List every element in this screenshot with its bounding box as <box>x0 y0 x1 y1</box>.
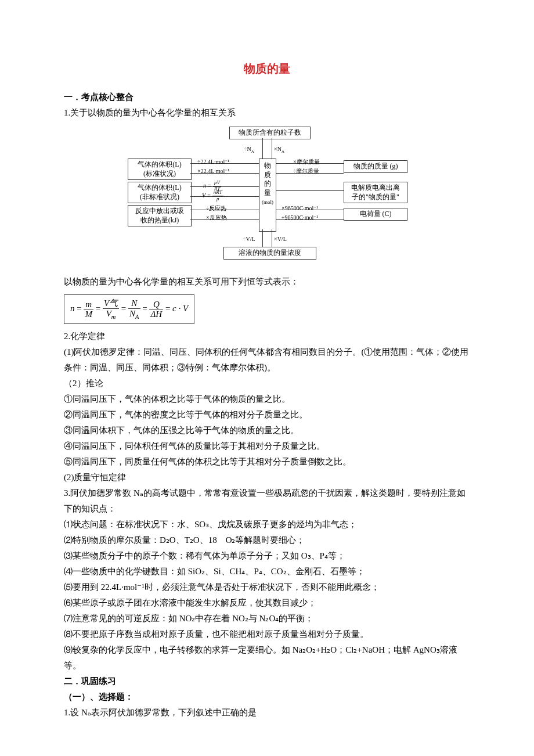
section-1-heading: 一．考点核心整合 <box>64 89 470 105</box>
para-1-3-2: ⑵特别物质的摩尔质量：D₂O、T₂O、18 O₂等解题时要细心； <box>64 532 470 548</box>
para-1-2: 2.化学定律 <box>64 329 470 344</box>
diagram-lbl-l2b: V = nRTp <box>202 190 223 202</box>
diagram-lbl-l3b: ×反应热 <box>206 213 227 223</box>
para-1-3-5: ⑸要用到 22.4L·mol⁻¹时，必须注意气体是否处于标准状况下，否则不能用此… <box>64 579 470 595</box>
para-1-2-2b: ②同温同压下，气体的密度之比等于气体的相对分子质量之比。 <box>64 407 470 423</box>
para-1-2-2d: ④同温同压下，同体积任何气体的质量比等于其相对分子质量之比。 <box>64 438 470 454</box>
para-after-diagram: 以物质的量为中心各化学量的相互关系可用下列恒等式表示： <box>64 274 470 290</box>
diagram-lbl-bl: ÷V/L <box>243 234 255 244</box>
section-2-sub: （一）、选择题： <box>64 689 470 705</box>
diagram-lbl-r1b: ÷摩尔质量 <box>293 166 320 177</box>
diagram-box-r1: 物质的质量 (g) <box>344 160 407 173</box>
para-1-3-7: ⑺注意常见的的可逆反应：如 NO₂中存在着 NO₂与 N₂O₄的平衡； <box>64 611 470 627</box>
diagram-box-l2: 气体的体积(L)(非标准状况) <box>128 182 192 203</box>
diagram-lbl-topr: ×NA <box>274 144 284 156</box>
para-1-3-1: ⑴状态问题：在标准状况下：水、SO₃、戊烷及碳原子更多的烃均为非气态； <box>64 517 470 532</box>
diagram-box-bottom: 溶液的物质的量浓度 <box>223 247 316 260</box>
para-1-2-2a: ①同温同压下，气体的体积之比等于气体的物质的量之比。 <box>64 391 470 407</box>
para-1-3: 3.阿伏加德罗常数 Nₐ的高考试题中，常常有意设置一些极易疏忽的干扰因素，解这类… <box>64 485 470 517</box>
diagram-lbl-r3b: ÷96500C·mol⁻¹ <box>282 213 318 223</box>
question-1: 1.设 Nₐ表示阿伏加德罗常数，下列叙述中正确的是 <box>64 705 470 721</box>
diagram-box-r2: 电解质电离出离子的"物质的量" <box>344 182 407 203</box>
diagram-box-r3: 电荷量 (C) <box>344 208 407 221</box>
diagram-lbl-topl: ÷NA <box>244 144 254 156</box>
diagram-box-l1: 气体的体积(L)(标准状况) <box>128 159 192 180</box>
para-1-3-9: ⑼较复杂的化学反应中，电子转移数的求算一定要细心。如 Na₂O₂+H₂O；Cl₂… <box>64 642 470 674</box>
diagram-box-l3: 反应中放出或吸收的热量(kJ) <box>128 205 192 226</box>
diagram-box-top: 物质所含有的粒子数 <box>229 127 311 139</box>
para-1-2-2h: （2）推论 <box>64 376 470 391</box>
formula-box: n = mM = V气Vm = NNA = QΔH = c · V <box>64 294 194 324</box>
para-1-2-2c: ③同温同体积下，气体的压强之比等于气体的物质的量之比。 <box>64 423 470 438</box>
para-1-3-8: ⑻不要把原子序数当成相对原子质量，也不能把相对原子质量当相对分子质量。 <box>64 627 470 642</box>
para-1-3-4: ⑷一些物质中的化学键数目：如 SiO₂、Si、CH₄、P₄、CO₂、金刚石、石墨… <box>64 564 470 579</box>
para-1-2-1: (1)阿伏加德罗定律：同温、同压、同体积的任何气体都含有相同数目的分子。(①使用… <box>64 344 470 376</box>
section-2-heading: 二．巩固练习 <box>64 674 470 689</box>
diagram-box-center: 物质的量(mol) <box>259 159 276 232</box>
diagram-lbl-br: ×V/L <box>274 234 287 244</box>
diagram-lbl-l1b: ×22.4L·mol⁻¹ <box>197 166 229 177</box>
para-1-3-3: ⑶某些物质分子中的原子个数：稀有气体为单原子分子；又如 O₃、P₄等； <box>64 548 470 564</box>
relation-diagram: 物质所含有的粒子数 ÷NA ×NA 物质的量(mol) 气体的体积(L)(标准状… <box>64 127 470 268</box>
para-1-1: 1.关于以物质的量为中心各化学量的相互关系 <box>64 105 470 121</box>
page-title: 物质的量 <box>64 58 470 79</box>
para-1-2-2e: ⑤同温同压下，同质量任何气体的体积之比等于其相对分子质量倒数之比。 <box>64 454 470 470</box>
para-1-3-6: ⑹某些原子或原子团在水溶液中能发生水解反应，使其数目减少； <box>64 595 470 611</box>
para-1-2-3: (2)质量守恒定律 <box>64 470 470 485</box>
